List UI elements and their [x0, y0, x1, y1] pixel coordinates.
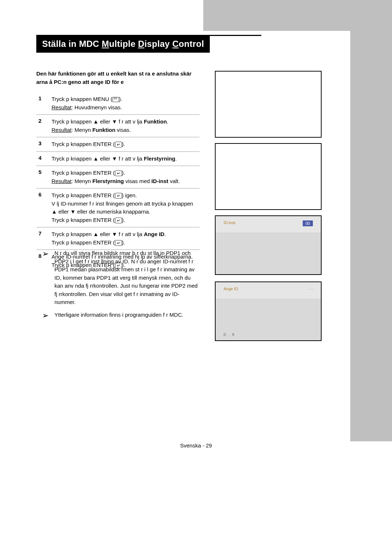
step-7: 7 Tryck p knappen ▲ eller ▼ f r att v lj…	[36, 227, 200, 250]
step-num: 1	[36, 95, 52, 112]
enter-icon: ↵	[115, 142, 122, 147]
step-5: 5 Tryck p knappen ENTER (↵). Resultat: M…	[36, 166, 200, 189]
osd3-row: ID-inst. 00	[216, 216, 321, 231]
step-num: 5	[36, 169, 52, 185]
osd-screenshot-2	[215, 143, 322, 210]
title-text-pre: Ställa in MDC	[42, 39, 102, 49]
title-bar: Ställa in MDC Multiple Display Control	[36, 35, 261, 53]
step-body: Tryck p knappen ENTER (↵). Resultat: Men…	[52, 169, 200, 185]
title-mid2: isplay	[144, 39, 172, 49]
step-body: Tryck p knappen ▲ eller ▼ f r att v lja …	[52, 155, 200, 163]
note-1: ➢ N r du vill styra flera bildsk rmar b …	[36, 247, 200, 309]
osd4-bottom: 0 . 9	[224, 332, 235, 337]
osd4-row: Ange ID - -	[216, 282, 321, 295]
step-1: 1 Tryck p knappen MENU (). Resultat: Huv…	[36, 92, 200, 115]
step-num: 6	[36, 191, 52, 224]
step-body: Tryck p knappen ▲ eller ▼ f r att v lja …	[52, 118, 200, 134]
menu-icon	[113, 97, 119, 102]
page-title: Ställa in MDC Multiple Display Control	[36, 36, 210, 53]
result-label: Resultat	[52, 127, 72, 133]
osd4-value: - -	[309, 287, 313, 291]
note-arrow-icon: ➢	[36, 249, 54, 307]
title-u-m: M	[102, 39, 109, 49]
title-post: ontrol	[179, 39, 204, 49]
step-3: 3 Tryck p knappen ENTER (↵).	[36, 137, 200, 152]
page-footer: Svenska - 29	[0, 442, 392, 449]
step-6: 6 Tryck p knappen ENTER (↵) igen. V lj I…	[36, 189, 200, 227]
notes: ➢ N r du vill styra flera bildsk rmar b …	[36, 247, 200, 323]
step-num: 4	[36, 155, 52, 163]
note-arrow-icon: ➢	[36, 311, 54, 320]
note-text: N r du vill styra flera bildsk rmar b r …	[54, 249, 200, 307]
result-label: Resultat	[52, 104, 72, 110]
note-text: Ytterligare information finns i programg…	[54, 311, 200, 320]
intro-text: Den här funktionen gör att u enkelt kan …	[36, 70, 200, 86]
note-2: ➢ Ytterligare information finns i progra…	[36, 309, 200, 323]
result-label: Resultat	[52, 178, 72, 184]
osd-screenshot-3: ID-inst. 00	[215, 215, 322, 275]
steps-list: 1 Tryck p knappen MENU (). Resultat: Huv…	[36, 92, 200, 272]
title-u-c: C	[172, 39, 179, 49]
step-num: 7	[36, 230, 52, 247]
osd3-label: ID-inst.	[224, 220, 236, 226]
enter-icon: ↵	[115, 240, 122, 246]
enter-icon: ↵	[115, 193, 122, 199]
step-body: Tryck p knappen MENU (). Resultat: Huvud…	[52, 95, 200, 112]
osd-screenshot-1	[215, 71, 322, 138]
step-num: 2	[36, 118, 52, 134]
step-body: Tryck p knappen ▲ eller ▼ f r att v lja …	[52, 230, 200, 247]
title-u-d: D	[138, 39, 144, 49]
osd4-label: Ange ID	[224, 287, 238, 291]
enter-icon: ↵	[115, 170, 122, 176]
enter-icon: ↵	[115, 218, 122, 223]
osd3-value: 00	[303, 220, 313, 226]
step-2: 2 Tryck p knappen ▲ eller ▼ f r att v lj…	[36, 115, 200, 137]
title-mid1: ultiple	[109, 39, 138, 49]
decorative-gray-side	[350, 31, 392, 441]
step-num: 3	[36, 140, 52, 149]
decorative-gray-top	[203, 0, 392, 31]
step-body: Tryck p knappen ENTER (↵).	[52, 140, 200, 149]
osd-screenshot-4: Ange ID - - 0 . 9	[215, 281, 322, 341]
step-body: Tryck p knappen ENTER (↵) igen. V lj ID-…	[52, 191, 200, 224]
step-4: 4 Tryck p knappen ▲ eller ▼ f r att v lj…	[36, 152, 200, 166]
